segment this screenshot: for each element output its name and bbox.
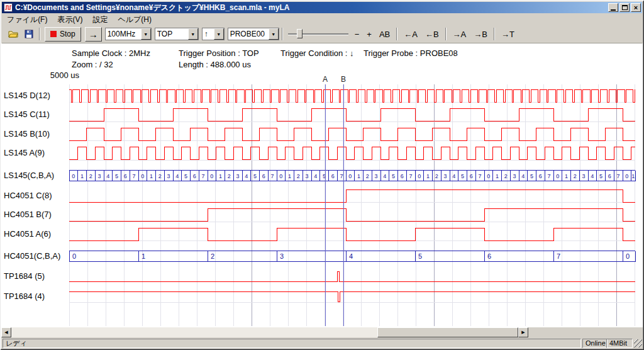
status-bar: レディ Online 4MBit — [1, 339, 643, 349]
menu-item-help[interactable]: ヘルプ(H) — [113, 14, 157, 26]
timebase-label: 5000 us — [38, 71, 79, 80]
open-folder-icon — [8, 30, 18, 38]
maximize-button[interactable] — [619, 3, 630, 12]
trigger-position-value: TOP — [155, 30, 188, 38]
slider-thumb[interactable] — [297, 29, 303, 38]
chevron-down-icon: ▼ — [216, 32, 221, 37]
open-file-button[interactable] — [5, 27, 21, 42]
info-trigger-condition: Trigger Condition : ↓ — [280, 48, 354, 58]
window-controls: × — [608, 3, 641, 12]
channel-label-hc4051-c: HC4051 C(8) — [4, 191, 68, 200]
trigger-edge-select[interactable]: ↑ ▼ — [202, 28, 225, 40]
info-zoom: Zoom : / 32 — [72, 60, 113, 69]
chevron-down-icon: ▼ — [191, 32, 195, 37]
close-button[interactable]: × — [631, 3, 641, 12]
trigger-position-select[interactable]: TOP ▼ — [155, 28, 199, 40]
dropdown-button[interactable]: ▼ — [269, 28, 279, 40]
channel-label-ls145-bus: LS145(C,B,A) — [4, 171, 68, 180]
toolbar-separator — [445, 28, 447, 40]
zoom-out-button[interactable]: − — [351, 27, 364, 41]
run-button[interactable]: → — [85, 27, 102, 42]
channel-label-ls145-c: LS145 C(11) — [4, 110, 68, 119]
status-memory: 4MBit — [606, 339, 633, 348]
save-file-button[interactable] — [21, 27, 36, 42]
jump-trigger-button[interactable]: →T — [497, 27, 518, 41]
zoom-slider[interactable] — [287, 27, 350, 41]
toolbar-separator — [39, 28, 40, 40]
scroll-right-icon: ▶ — [521, 330, 525, 335]
toolbar: Stop → 100MHz ▼ TOP ▼ ↑ ▼ PROBE00 ▼ − + … — [2, 25, 642, 43]
save-floppy-icon — [25, 30, 33, 38]
chevron-down-icon: ▼ — [143, 32, 148, 37]
channel-label-hc4051-bus: HC4051(C,B,A) — [4, 251, 68, 261]
window-title: C:¥Documents and Settings¥noname¥デスクトップ¥… — [15, 3, 606, 13]
chevron-down-icon: ▼ — [271, 32, 275, 37]
close-icon: × — [634, 4, 638, 11]
info-trigger-probe: Trigger Probe : PROBE08 — [364, 48, 458, 58]
menu-item-view[interactable]: 表示(V) — [52, 14, 87, 26]
channel-label-ls145-a: LS145 A(9) — [4, 148, 68, 157]
trigger-probe-select[interactable]: PROBE00 ▼ — [228, 28, 279, 40]
scroll-left-button[interactable]: ◀ — [1, 327, 11, 337]
trigger-edge-value: ↑ — [203, 30, 214, 38]
stop-label: Stop — [60, 30, 75, 38]
trigger-probe-value: PROBE00 — [228, 30, 269, 38]
channel-label-hc4051-a: HC4051 A(6) — [4, 229, 68, 239]
dropdown-button[interactable]: ▼ — [141, 28, 151, 40]
stop-button[interactable]: Stop — [45, 27, 81, 42]
dropdown-button[interactable]: ▼ — [214, 28, 224, 40]
channel-label-tp1684-4: TP1684 (4) — [4, 291, 68, 301]
cursor-b-label[interactable]: B — [340, 75, 347, 84]
zoom-in-button[interactable]: + — [363, 27, 375, 41]
dropdown-button[interactable]: ▼ — [188, 28, 198, 40]
scroll-right-button[interactable]: ▶ — [518, 327, 528, 337]
info-length: Length : 488.000 us — [179, 60, 251, 69]
scroll-left-icon: ◀ — [4, 330, 8, 335]
stop-icon — [50, 31, 57, 37]
menu-bar: ファイル(F) 表示(V) 設定 ヘルプ(H) — [2, 14, 642, 25]
sample-clock-select[interactable]: 100MHz ▼ — [105, 28, 152, 40]
sample-clock-value: 100MHz — [106, 30, 141, 38]
jump-left-a-button[interactable]: ←A — [400, 27, 421, 41]
jump-right-a-button[interactable]: →A — [449, 27, 470, 41]
maximize-icon — [622, 5, 628, 10]
resize-grip[interactable] — [634, 339, 642, 347]
jump-left-b-button[interactable]: ←B — [421, 27, 443, 41]
app-icon — [4, 3, 13, 12]
ab-button[interactable]: AB — [375, 27, 394, 41]
status-online: Online — [582, 339, 608, 348]
waveform-client-area — [1, 43, 643, 327]
channel-label-hc4051-b: HC4051 B(7) — [4, 210, 68, 219]
channel-label-ls145-b: LS145 B(10) — [4, 129, 68, 138]
minimize-icon — [611, 9, 616, 11]
cursor-a-label[interactable]: A — [322, 75, 328, 84]
scrollbar-thumb[interactable] — [377, 327, 518, 337]
menu-item-settings[interactable]: 設定 — [87, 14, 113, 26]
horizontal-scrollbar[interactable]: ◀ ▶ — [1, 327, 528, 337]
app-window: C:¥Documents and Settings¥noname¥デスクトップ¥… — [0, 0, 644, 350]
minimize-button[interactable] — [608, 3, 618, 12]
toolbar-separator — [494, 28, 495, 40]
title-bar[interactable]: C:¥Documents and Settings¥noname¥デスクトップ¥… — [2, 2, 642, 13]
toolbar-separator — [396, 28, 397, 40]
jump-right-b-button[interactable]: →B — [470, 27, 491, 41]
info-trigger-position: Trigger Position : TOP — [179, 48, 259, 58]
status-message: レディ — [3, 339, 581, 348]
channel-label-ls145-d: LS145 D(12) — [4, 91, 68, 100]
channel-label-tp1684-5: TP1684 (5) — [4, 271, 68, 281]
menu-item-file[interactable]: ファイル(F) — [2, 14, 52, 26]
info-sample-clock: Sample Clock : 2MHz — [72, 48, 150, 58]
toolbar-separator — [282, 28, 283, 40]
